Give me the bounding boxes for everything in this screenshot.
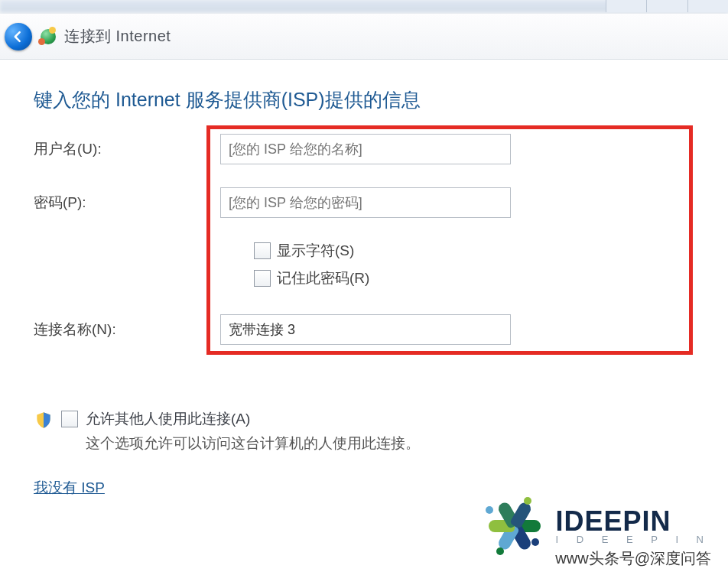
window-title: 连接到 Internet <box>64 26 171 47</box>
row-password: 密码(P): <box>34 187 694 218</box>
allow-others-label: 允许其他人使用此连接(A) <box>86 409 420 429</box>
show-characters-label: 显示字符(S) <box>277 241 354 261</box>
window-buttons-blurred <box>606 0 728 12</box>
shield-icon <box>34 411 54 430</box>
wizard-titlebar: 连接到 Internet <box>0 14 728 60</box>
remember-password-label: 记住此密码(R) <box>277 268 369 288</box>
remember-password-checkbox[interactable] <box>254 270 271 287</box>
connection-name-input[interactable] <box>220 314 511 345</box>
password-input[interactable] <box>220 187 511 218</box>
watermark-logo-subtext: I D E E P I N <box>556 534 711 545</box>
username-label: 用户名(U): <box>34 139 220 159</box>
allow-others-checkbox[interactable] <box>61 411 78 427</box>
row-remember-password: 记住此密码(R) <box>254 268 694 288</box>
watermark-attribution: www头条号@深度问答 <box>555 548 711 569</box>
allow-others-text: 允许其他人使用此连接(A) 这个选项允许可以访问这台计算机的人使用此连接。 <box>86 409 420 453</box>
username-input[interactable] <box>220 134 511 164</box>
row-show-characters: 显示字符(S) <box>254 241 694 261</box>
network-globe-icon <box>38 27 58 47</box>
watermark-logo-text: IDEEPIN <box>556 507 711 536</box>
no-isp-link[interactable]: 我没有 ISP <box>34 478 105 498</box>
back-button[interactable] <box>5 23 32 50</box>
allow-others-description: 这个选项允许可以访问这台计算机的人使用此连接。 <box>86 434 420 453</box>
page-heading: 键入您的 Internet 服务提供商(ISP)提供的信息 <box>34 87 694 112</box>
pinwheel-icon <box>481 492 548 560</box>
row-username: 用户名(U): <box>34 134 694 164</box>
show-characters-checkbox[interactable] <box>254 242 271 259</box>
row-connection-name: 连接名称(N): <box>34 314 694 345</box>
connection-name-label: 连接名称(N): <box>34 320 220 339</box>
row-allow-others: 允许其他人使用此连接(A) 这个选项允许可以访问这台计算机的人使用此连接。 <box>34 409 694 453</box>
password-label: 密码(P): <box>34 193 220 213</box>
arrow-left-icon <box>11 29 26 44</box>
